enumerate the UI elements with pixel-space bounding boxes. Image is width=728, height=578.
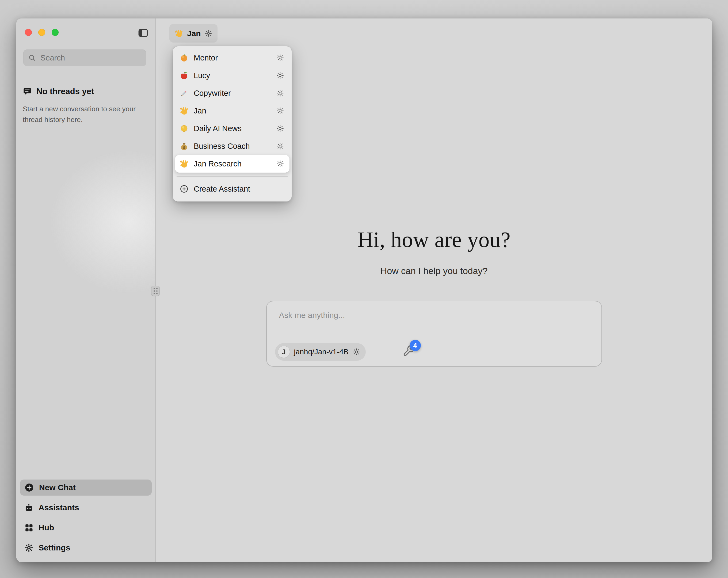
orange-emoji-icon [180, 53, 189, 62]
assistants-icon [24, 503, 33, 512]
hub-icon [24, 523, 33, 532]
yellow-circle-emoji-icon [180, 124, 189, 133]
assistant-settings-gear-icon[interactable] [276, 142, 284, 150]
assistant-settings-gear-icon[interactable] [276, 54, 284, 62]
tools-count-badge: 4 [410, 340, 421, 351]
assistant-settings-gear-icon[interactable] [276, 160, 284, 168]
search-bar[interactable] [23, 50, 146, 66]
chat-input[interactable] [279, 310, 590, 320]
pencil-emoji-icon [180, 89, 189, 98]
wave-emoji-icon [180, 106, 189, 115]
assistant-name: Mentor [194, 53, 272, 62]
window-controls [25, 29, 59, 36]
minimize-window-button[interactable] [38, 29, 45, 36]
assistant-menu-item-jan[interactable]: Jan [175, 102, 289, 120]
money-bag-emoji-icon [180, 142, 189, 151]
search-icon [28, 54, 36, 62]
search-input[interactable] [40, 53, 141, 62]
apple-emoji-icon [180, 71, 189, 80]
gear-icon [24, 543, 33, 552]
sidebar-toggle-icon[interactable] [138, 28, 149, 38]
wave-emoji-icon [175, 29, 183, 38]
sidebar: No threads yet Start a new conversation … [16, 19, 156, 562]
close-window-button[interactable] [25, 29, 32, 36]
sidebar-item-new-chat[interactable]: New Chat [20, 479, 152, 496]
tools-button[interactable]: 4 [402, 345, 417, 359]
create-assistant-label: Create Assistant [194, 185, 284, 194]
nav-label: Hub [38, 523, 54, 532]
assistant-name: Jan [194, 106, 272, 115]
welcome-area: Hi, how are you? How can I help you toda… [156, 227, 712, 367]
wave-emoji-icon [180, 159, 189, 168]
assistant-menu-item-lucy[interactable]: Lucy [175, 67, 289, 84]
assistant-settings-gear-icon[interactable] [276, 71, 284, 79]
greeting-title: Hi, how are you? [358, 227, 511, 252]
nav-label: New Chat [39, 483, 76, 492]
sidebar-nav: New Chat Assistants Hub Settings [20, 479, 152, 556]
assistant-settings-gear-icon[interactable] [276, 107, 284, 115]
gear-icon [205, 30, 212, 37]
assistant-menu-item-mentor[interactable]: Mentor [175, 49, 289, 67]
assistant-menu-item-business-coach[interactable]: Business Coach [175, 137, 289, 155]
chat-composer[interactable]: J janhq/Jan-v1-4B 4 [266, 301, 602, 367]
empty-state-title: No threads yet [36, 87, 94, 96]
empty-state-description: Start a new conversation to see your thr… [23, 104, 144, 125]
nav-label: Settings [38, 543, 70, 552]
menu-divider [177, 176, 288, 177]
assistant-name: Lucy [194, 71, 272, 80]
assistant-selector-button[interactable]: Jan [170, 24, 217, 43]
assistant-settings-gear-icon[interactable] [276, 124, 284, 132]
assistant-name: Jan Research [194, 159, 272, 168]
assistant-name: Daily AI News [194, 124, 272, 133]
sidebar-resize-handle[interactable] [151, 286, 159, 296]
assistant-menu-item-copywriter[interactable]: Copywriter [175, 84, 289, 102]
plus-circle-outline-icon [180, 185, 188, 193]
assistant-name: Copywriter [194, 89, 272, 98]
plus-circle-icon [24, 483, 34, 493]
model-settings-gear-icon[interactable] [353, 348, 360, 356]
model-selector-button[interactable]: J janhq/Jan-v1-4B [275, 343, 366, 361]
assistant-selector-label: Jan [187, 29, 201, 38]
model-name: janhq/Jan-v1-4B [294, 348, 348, 356]
sidebar-item-settings[interactable]: Settings [20, 540, 152, 556]
app-window: No threads yet Start a new conversation … [16, 19, 712, 562]
assistant-menu: Mentor Lucy Copywriter Jan Daily AI News [173, 46, 292, 201]
main-area: Jan Mentor Lucy Copywriter Jan [156, 19, 712, 562]
assistant-menu-item-jan-research[interactable]: Jan Research [175, 155, 289, 173]
assistant-name: Business Coach [194, 142, 272, 151]
empty-state-header: No threads yet [23, 87, 94, 96]
create-assistant-button[interactable]: Create Assistant [175, 180, 289, 198]
sidebar-item-hub[interactable]: Hub [20, 520, 152, 536]
nav-label: Assistants [38, 503, 79, 512]
zoom-window-button[interactable] [52, 29, 59, 36]
assistant-settings-gear-icon[interactable] [276, 89, 284, 97]
chat-bubble-icon [23, 87, 32, 96]
sidebar-item-assistants[interactable]: Assistants [20, 500, 152, 516]
greeting-subtitle: How can I help you today? [381, 266, 488, 276]
model-avatar: J [278, 346, 290, 358]
assistant-menu-item-daily-ai-news[interactable]: Daily AI News [175, 120, 289, 137]
